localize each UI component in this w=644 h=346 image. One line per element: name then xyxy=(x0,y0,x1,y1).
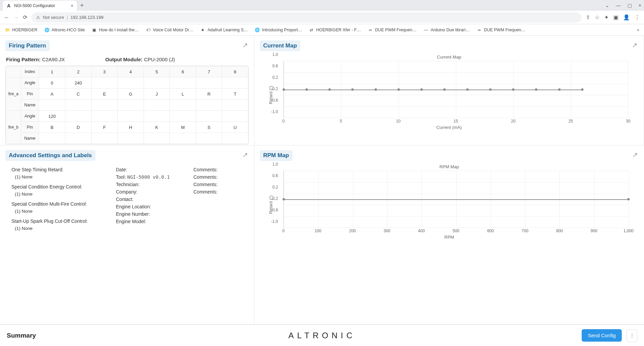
bookmark-item[interactable]: 🌐Altronic-HCO Site xyxy=(44,27,85,33)
setting-value: (1) None xyxy=(11,209,96,214)
bookmark-icon: 🌐 xyxy=(254,27,260,33)
bookmark-icon: — xyxy=(423,27,429,33)
setting-label: Comments: xyxy=(193,182,218,187)
x-tick: 100 xyxy=(314,229,321,233)
table-cell[interactable]: U xyxy=(222,122,248,133)
table-cell[interactable] xyxy=(144,111,170,122)
table-cell[interactable]: 240 xyxy=(65,77,91,89)
bookmark-item[interactable]: ⇄HOERBIGER Xfer - F… xyxy=(309,27,361,33)
bookmark-item[interactable]: 🌐Introducing Proport… xyxy=(254,27,302,33)
table-cell[interactable] xyxy=(222,133,248,144)
table-cell[interactable] xyxy=(91,133,118,144)
expand-icon[interactable]: ↗ xyxy=(242,41,248,49)
footer-menu-icon[interactable]: ⋮ xyxy=(626,329,637,342)
panel-title: RPM Map xyxy=(260,150,293,161)
bookmark-item[interactable]: ★Adafruit Learning S… xyxy=(200,27,248,33)
browser-tab[interactable]: A NGI-5000 Configurator × xyxy=(3,1,77,11)
table-cell[interactable]: M xyxy=(170,122,196,133)
expand-icon[interactable]: ↗ xyxy=(632,151,638,159)
sidepanel-icon[interactable]: ▣ xyxy=(613,14,618,21)
setting-label: Date: xyxy=(116,167,127,172)
x-axis-label: RPM xyxy=(260,235,639,240)
bookmark-item[interactable]: 📁HOERBIGER xyxy=(5,27,37,33)
fp-output-label: Output Module: xyxy=(105,57,143,62)
table-cell[interactable] xyxy=(39,100,65,111)
table-cell[interactable]: B xyxy=(39,122,65,133)
table-cell[interactable]: L xyxy=(170,89,196,100)
minimize-icon[interactable]: — xyxy=(616,3,621,8)
bookmark-item[interactable]: ▣How do I install the… xyxy=(92,27,139,33)
profile-icon[interactable]: 👤 xyxy=(623,14,630,21)
share-icon[interactable]: ⇪ xyxy=(586,14,590,21)
table-cell[interactable] xyxy=(196,100,222,111)
table-cell[interactable]: F xyxy=(91,122,118,133)
close-window-icon[interactable]: × xyxy=(639,3,641,8)
plot-area xyxy=(283,171,628,228)
table-cell[interactable]: H xyxy=(118,122,144,133)
table-cell[interactable] xyxy=(222,77,248,89)
table-cell[interactable] xyxy=(65,133,91,144)
table-cell[interactable] xyxy=(65,100,91,111)
bookmark-item[interactable]: 🏷Voice Coil Motor Dr… xyxy=(146,27,193,33)
bookmark-item[interactable]: ∞DUE PWM Frequen… xyxy=(477,27,525,33)
bookmark-label: DUE PWM Frequen… xyxy=(375,28,417,32)
table-cell[interactable] xyxy=(170,111,196,122)
back-button[interactable]: ← xyxy=(4,14,9,21)
new-tab-button[interactable]: + xyxy=(80,2,84,9)
table-cell[interactable]: J xyxy=(144,89,170,100)
expand-icon[interactable]: ↗ xyxy=(242,151,248,159)
bookmarks-overflow-icon[interactable]: » xyxy=(637,28,639,32)
table-cell[interactable] xyxy=(118,100,144,111)
table-cell[interactable] xyxy=(196,77,222,89)
close-tab-icon[interactable]: × xyxy=(71,3,73,8)
table-cell[interactable] xyxy=(118,77,144,89)
table-cell[interactable] xyxy=(170,77,196,89)
table-cell[interactable] xyxy=(65,111,91,122)
table-cell[interactable] xyxy=(170,133,196,144)
table-cell[interactable] xyxy=(91,100,118,111)
chevron-down-icon[interactable]: ⌄ xyxy=(605,3,609,8)
table-cell[interactable] xyxy=(118,111,144,122)
star-icon[interactable]: ☆ xyxy=(595,14,600,21)
table-cell[interactable]: 0 xyxy=(39,77,65,89)
table-cell[interactable] xyxy=(144,100,170,111)
table-cell[interactable] xyxy=(39,133,65,144)
table-cell[interactable]: 120 xyxy=(39,111,65,122)
reload-button[interactable]: ⟳ xyxy=(23,14,27,21)
table-cell[interactable] xyxy=(196,111,222,122)
table-cell[interactable] xyxy=(170,100,196,111)
extensions-icon[interactable]: ✦ xyxy=(604,14,609,21)
setting-label: Engine Location: xyxy=(116,204,151,209)
url-input[interactable]: ⚠ Not secure | 192.168.123.199 xyxy=(31,12,582,23)
table-cell[interactable]: S xyxy=(196,122,222,133)
table-cell[interactable]: A xyxy=(39,89,65,100)
table-cell[interactable]: R xyxy=(196,89,222,100)
chart-data-point xyxy=(627,198,630,200)
table-cell[interactable] xyxy=(196,133,222,144)
table-cell[interactable] xyxy=(91,77,118,89)
table-cell[interactable]: K xyxy=(144,122,170,133)
table-cell[interactable] xyxy=(144,77,170,89)
expand-icon[interactable]: ↗ xyxy=(632,41,638,49)
table-cell[interactable] xyxy=(91,111,118,122)
fp-pattern-value: C2A90.JX xyxy=(42,57,65,62)
bookmark-item[interactable]: —Arduino Due librari… xyxy=(423,27,470,33)
chart-data-point xyxy=(420,88,423,91)
maximize-icon[interactable]: ▢ xyxy=(627,3,632,8)
table-cell[interactable] xyxy=(222,111,248,122)
table-cell[interactable] xyxy=(222,100,248,111)
table-cell[interactable]: T xyxy=(222,89,248,100)
table-cell[interactable] xyxy=(144,133,170,144)
y-tick: 0.2 xyxy=(272,75,278,80)
fp-output-value: CPU-2000 (J) xyxy=(144,57,175,62)
table-cell[interactable]: D xyxy=(65,122,91,133)
send-config-button[interactable]: Send Config xyxy=(582,329,622,342)
table-cell[interactable] xyxy=(118,133,144,144)
table-cell[interactable]: C xyxy=(65,89,91,100)
menu-icon[interactable]: ⋮ xyxy=(635,14,640,21)
table-cell[interactable]: G xyxy=(118,89,144,100)
forward-button[interactable]: → xyxy=(13,14,19,21)
table-cell[interactable]: E xyxy=(91,89,118,100)
bookmark-label: Introducing Proport… xyxy=(262,28,302,32)
bookmark-item[interactable]: ∞DUE PWM Frequen… xyxy=(368,27,417,33)
